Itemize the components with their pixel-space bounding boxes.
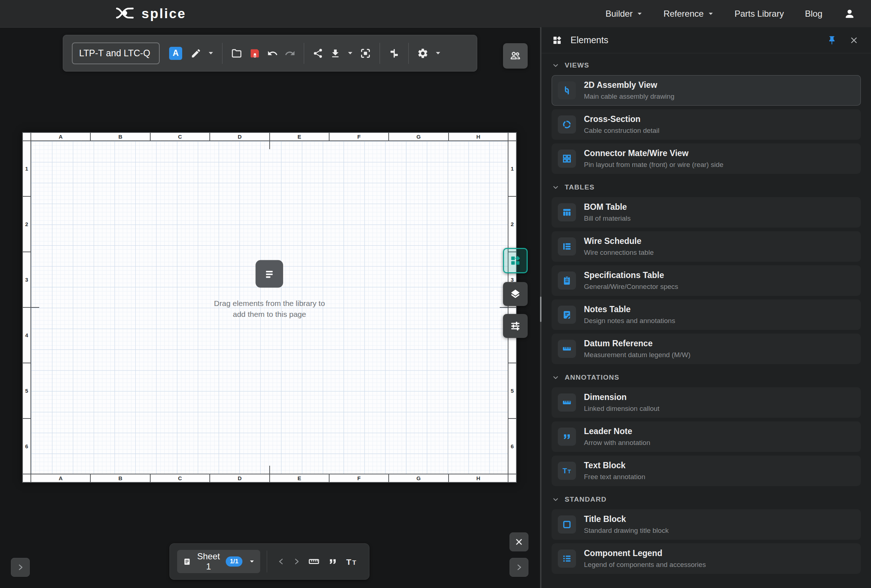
redo-button[interactable] (281, 45, 299, 62)
element-card-component-legend[interactable]: Component Legend Legend of components an… (552, 543, 861, 574)
pin-panel-button[interactable] (824, 33, 839, 48)
row-label: 5 (23, 363, 30, 418)
element-card-datum-reference[interactable]: Datum Reference Measurement datum legend… (552, 334, 861, 364)
open-file-button[interactable] (227, 45, 246, 62)
elements-icon (509, 254, 521, 267)
toolbar-divider (408, 43, 409, 64)
element-title: Connector Mate/Wire View (584, 148, 723, 158)
fit-view-button[interactable] (356, 45, 374, 62)
add-dimension-button[interactable] (304, 553, 324, 570)
element-title: Notes Table (584, 305, 675, 314)
element-desc: Wire connections table (584, 248, 654, 257)
expand-left-button[interactable] (11, 558, 30, 577)
layers-panel-button[interactable] (503, 282, 528, 306)
brand[interactable]: splice (115, 6, 186, 21)
sheet-row-labels-left: 1 2 3 4 5 6 (23, 141, 30, 474)
table-rows-icon (558, 237, 576, 256)
element-card-title-block[interactable]: Title Block Standard drawing title block (552, 509, 861, 540)
element-card-cross-section[interactable]: Cross-Section Cable construction detail (552, 109, 861, 140)
element-title: Datum Reference (584, 339, 691, 349)
row-label: 2 (509, 196, 516, 251)
revision-badge[interactable]: A (169, 47, 182, 60)
square-outline-icon (558, 515, 576, 534)
share-icon (313, 48, 323, 59)
settings-dropdown-button[interactable] (432, 45, 444, 62)
column-label: F (329, 133, 388, 141)
align-layout-button[interactable] (385, 45, 403, 62)
expand-right-button[interactable] (510, 558, 528, 577)
svg-text:T: T (352, 559, 356, 566)
element-desc: Bill of materials (584, 214, 631, 223)
element-card-specifications-table[interactable]: Specifications Table General/Wire/Connec… (552, 265, 861, 296)
next-sheet-button[interactable] (289, 553, 304, 570)
chevron-down-icon (435, 51, 441, 55)
element-card-2d-assembly-view[interactable]: 2D Assembly View Main cable assembly dra… (552, 75, 861, 106)
element-card-leader-note[interactable]: Leader Note Arrow with annotation (552, 421, 861, 452)
element-desc: General/Wire/Connector specs (584, 283, 678, 291)
center-mark-top (269, 141, 270, 149)
elements-panel-header: Elements (542, 27, 871, 53)
edit-button[interactable] (187, 45, 205, 62)
nav-item-parts-library[interactable]: Parts Library (735, 9, 784, 19)
account-button[interactable] (843, 7, 856, 20)
drawing-title-input[interactable] (72, 42, 160, 64)
scrollbar-thumb[interactable] (540, 296, 542, 322)
section-header-standard[interactable]: STANDARD (552, 495, 860, 503)
sheet-selector[interactable]: Sheet 1 1/1 (177, 550, 260, 573)
nav-menu: Builder Reference Parts Library Blog (605, 7, 856, 20)
element-desc: Legend of components and accessories (584, 561, 706, 569)
column-label: D (210, 133, 269, 141)
row-label: 1 (509, 141, 516, 196)
section-header-tables[interactable]: TABLES (552, 183, 860, 191)
save-button[interactable] (246, 45, 264, 62)
close-panel-button[interactable] (847, 33, 861, 47)
previous-sheet-button[interactable] (274, 553, 289, 570)
chevron-down-icon (552, 374, 559, 381)
elements-panel-body: VIEWS 2D Assembly View Main cable assemb… (542, 53, 871, 578)
ruler-icon (558, 340, 576, 358)
edit-dropdown-button[interactable] (205, 45, 217, 62)
bottombar-divider (267, 551, 267, 572)
section-header-views[interactable]: VIEWS (552, 61, 860, 69)
article-icon (256, 260, 283, 287)
element-title: Leader Note (584, 426, 650, 436)
add-text-button[interactable]: T T (342, 553, 362, 570)
nav-item-blog[interactable]: Blog (805, 9, 822, 19)
column-label: A (31, 474, 90, 482)
chevron-down-icon (208, 51, 214, 55)
document-icon (183, 557, 191, 567)
elements-panel-button[interactable] (503, 248, 528, 273)
element-card-wire-schedule[interactable]: Wire Schedule Wire connections table (552, 231, 861, 262)
column-label: E (269, 133, 329, 141)
column-label: C (150, 474, 210, 482)
row-label: 3 (23, 251, 30, 307)
element-card-notes-table[interactable]: Notes Table Design notes and annotations (552, 299, 861, 330)
close-toolbar-button[interactable] (510, 533, 528, 551)
canvas-area: A (0, 27, 540, 588)
chevron-down-icon (552, 184, 559, 190)
download-dropdown-button[interactable] (344, 45, 356, 62)
properties-panel-button[interactable] (503, 314, 528, 338)
cable-icon (558, 81, 576, 99)
column-label: H (448, 133, 508, 141)
drawing-sheet[interactable]: A B C D E F G H A B C D E F G H (22, 132, 517, 483)
share-button[interactable] (309, 45, 327, 62)
nav-item-builder[interactable]: Builder (605, 9, 642, 19)
undo-button[interactable] (264, 45, 281, 62)
download-button[interactable] (327, 45, 344, 62)
collaborators-button[interactable] (503, 43, 528, 69)
empty-sheet-message: Drag elements from the library to add th… (214, 260, 325, 320)
add-leader-note-button[interactable] (324, 553, 342, 570)
row-label: 5 (509, 363, 516, 418)
element-card-text-block[interactable]: T T Text Block Free text annotation (552, 455, 861, 486)
section-header-annotations[interactable]: ANNOTATIONS (552, 374, 860, 382)
element-desc: Standard drawing title block (584, 527, 669, 535)
nav-item-reference[interactable]: Reference (663, 9, 714, 19)
element-card-dimension[interactable]: Dimension Linked dimension callout (552, 387, 861, 418)
element-card-bom-table[interactable]: BOM Table Bill of materials (552, 197, 861, 227)
bullet-list-icon (558, 549, 576, 568)
quote-icon (558, 428, 576, 446)
settings-button[interactable] (414, 45, 432, 62)
element-card-connector-mate-wire-view[interactable]: Connector Mate/Wire View Pin layout from… (552, 144, 861, 174)
pin-grid-icon (558, 150, 576, 168)
